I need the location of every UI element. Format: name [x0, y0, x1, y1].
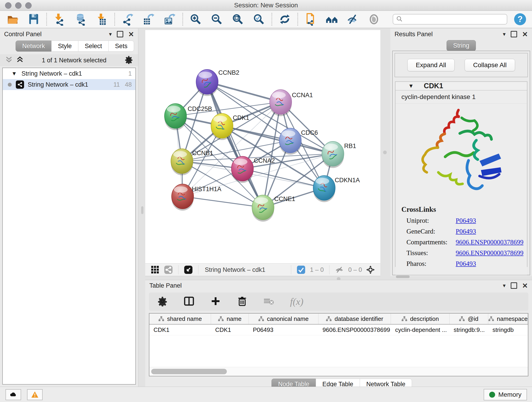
- expand-all-icon[interactable]: [16, 56, 24, 65]
- results-horizontal-scrollbar[interactable]: [395, 275, 527, 275]
- table-row[interactable]: CDK1CDK1P064939606.ENSP00000378699cyclin…: [149, 325, 528, 335]
- hide-gestures-icon[interactable]: [346, 13, 360, 26]
- open-session-icon[interactable]: [6, 13, 19, 26]
- column-header-id[interactable]: @id: [450, 313, 488, 324]
- column-header-name[interactable]: name: [211, 313, 249, 324]
- memory-button[interactable]: Memory: [484, 389, 527, 400]
- table-header-row: shared namenamecanonical namedatabase id…: [149, 313, 528, 325]
- node-CCNB2[interactable]: CCNB2: [196, 69, 239, 96]
- selected-checkbox-icon[interactable]: [297, 265, 305, 274]
- expand-collapse-bar: Expand All Collapse All: [394, 53, 528, 77]
- network-row[interactable]: String Network – cdk1 11 48: [3, 79, 135, 90]
- zoom-out-icon[interactable]: [210, 13, 223, 26]
- search-box[interactable]: [393, 14, 507, 25]
- fit-content-crosshair-icon[interactable]: [366, 265, 375, 274]
- hidden-eye-icon[interactable]: [335, 265, 344, 274]
- table-panel-menu-icon[interactable]: ▾: [503, 282, 506, 289]
- tab-style[interactable]: Style: [51, 41, 78, 51]
- column-header-canonicalname[interactable]: canonical name: [249, 313, 318, 324]
- results-panel-close-icon[interactable]: ✕: [522, 30, 528, 38]
- save-session-icon[interactable]: [27, 13, 40, 26]
- collapse-all-button[interactable]: Collapse All: [465, 59, 515, 71]
- node-label-CDK1: CDK1: [233, 114, 249, 121]
- control-panel-close-icon[interactable]: ✕: [128, 30, 134, 38]
- control-panel-menu-icon[interactable]: ▾: [109, 31, 112, 37]
- export-table-icon[interactable]: [142, 13, 155, 26]
- table-cell: CDK1: [211, 325, 249, 335]
- tab-network[interactable]: Network: [16, 41, 51, 51]
- cloud-button[interactable]: [6, 389, 21, 400]
- node-CDKN1A[interactable]: CDKN1A: [313, 176, 360, 202]
- import-table-icon[interactable]: [95, 13, 108, 26]
- column-header-namespace[interactable]: namespace: [488, 313, 528, 324]
- node-HIST1H1A[interactable]: HIST1H1A: [172, 184, 221, 211]
- collection-expand-icon[interactable]: ▼: [12, 70, 17, 77]
- tab-sets[interactable]: Sets: [108, 41, 134, 51]
- table-toolbar: f(x): [149, 293, 528, 311]
- column-header-databaseidentifier[interactable]: database identifier: [318, 313, 391, 324]
- import-network-database-icon[interactable]: [74, 13, 87, 26]
- gene-expand-icon[interactable]: ▼: [408, 83, 414, 89]
- edge-HIST1H1A-CCNE1[interactable]: [183, 196, 263, 207]
- scrollbar-thumb[interactable]: [151, 369, 227, 374]
- export-network-icon[interactable]: [121, 13, 134, 26]
- results-panel-menu-icon[interactable]: ▾: [503, 31, 506, 37]
- export-image-icon[interactable]: [163, 13, 177, 26]
- results-panel-float-icon[interactable]: [511, 31, 517, 37]
- right-splitter-handle[interactable]: [383, 151, 387, 154]
- close-window-button[interactable]: [5, 2, 12, 9]
- zoom-selected-icon[interactable]: [252, 13, 266, 26]
- refresh-view-icon[interactable]: [278, 13, 291, 26]
- crosslink-link[interactable]: 9606.ENSP00000378699: [456, 238, 524, 246]
- crosslink-link[interactable]: P06493: [456, 228, 476, 235]
- table-cell: CDK1: [149, 325, 211, 335]
- table-options-gear-icon[interactable]: [157, 296, 168, 307]
- crosslink-link[interactable]: P06493: [456, 260, 476, 268]
- node-CCNB1[interactable]: CCNB1: [171, 149, 213, 175]
- expand-all-button[interactable]: Expand All: [407, 59, 455, 71]
- help-button[interactable]: ?: [514, 13, 526, 25]
- legacy-apps-icon[interactable]: [325, 13, 338, 26]
- crosslinks-block: CrossLinks Uniprot:P06493GeneCard:P06493…: [395, 202, 527, 275]
- minimize-window-button[interactable]: [15, 2, 22, 9]
- edge-CCNA1-HIST1H1A[interactable]: [183, 102, 281, 196]
- zoom-fit-icon[interactable]: [231, 13, 244, 26]
- node-CDK1[interactable]: CDK1: [211, 114, 249, 140]
- column-header-description[interactable]: description: [391, 313, 449, 324]
- crosslink-link[interactable]: P06493: [456, 217, 476, 224]
- table-panel-float-icon[interactable]: [511, 282, 517, 289]
- window-title: Session: New Session: [0, 0, 532, 11]
- node-RB1[interactable]: RB1: [322, 141, 356, 168]
- network-collection-row[interactable]: ▼ String Network – cdk1 1: [3, 68, 135, 79]
- network-canvas[interactable]: CCNB2 CCNA1 CDC25B CDK1: [145, 30, 380, 263]
- maximize-window-button[interactable]: [25, 2, 32, 9]
- edge-CCNB2-CCNA1[interactable]: [207, 82, 281, 102]
- birdseye-view-icon[interactable]: [184, 265, 193, 274]
- share-document-icon[interactable]: [304, 13, 317, 26]
- zoom-in-icon[interactable]: [189, 13, 202, 26]
- tab-string[interactable]: String: [447, 40, 476, 51]
- add-column-icon[interactable]: [210, 296, 221, 307]
- warning-button[interactable]: [27, 389, 43, 400]
- crosslink-link[interactable]: 9606.ENSP00000378699: [456, 249, 524, 257]
- gene-section-header[interactable]: ▼ CDK1: [395, 82, 527, 90]
- left-splitter-handle[interactable]: [141, 206, 143, 214]
- eye-disabled-icon[interactable]: [367, 13, 380, 26]
- network-options-gear-icon[interactable]: [124, 55, 133, 65]
- toolbar-separator: [46, 13, 47, 26]
- import-network-file-icon[interactable]: [53, 13, 66, 26]
- tab-select[interactable]: Select: [78, 41, 109, 51]
- grid-view-icon[interactable]: [151, 265, 159, 274]
- gene-name: CDK1: [424, 82, 443, 90]
- delete-column-icon[interactable]: [237, 296, 247, 307]
- edge-CCNA2-CDKN1A[interactable]: [242, 169, 324, 188]
- network-share-icon-disabled: [164, 265, 173, 274]
- show-columns-icon[interactable]: [184, 296, 194, 307]
- table-panel-close-icon[interactable]: ✕: [522, 282, 528, 290]
- column-header-sharedname[interactable]: shared name: [149, 313, 211, 324]
- table-horizontal-scrollbar[interactable]: [149, 367, 528, 376]
- search-input[interactable]: [405, 16, 504, 23]
- node-table[interactable]: shared namenamecanonical namedatabase id…: [149, 313, 528, 376]
- control-panel-float-icon[interactable]: [117, 31, 123, 37]
- collapse-all-icon[interactable]: [5, 56, 13, 65]
